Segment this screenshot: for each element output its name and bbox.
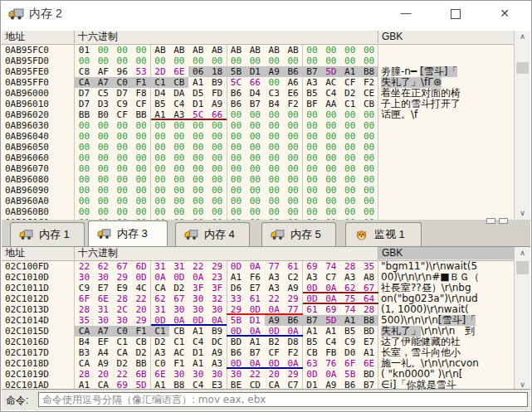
hex-byte[interactable]: 69 — [113, 380, 132, 390]
hex-byte[interactable]: 00 — [94, 217, 113, 220]
hex-byte[interactable]: CD — [246, 380, 265, 390]
hex-byte[interactable]: 00 — [303, 206, 322, 217]
hex-byte[interactable]: 00 — [113, 142, 132, 153]
hex-byte[interactable]: 00 — [340, 196, 359, 206]
hex-byte[interactable]: 00 — [303, 153, 322, 163]
hex-byte[interactable]: 00 — [359, 45, 378, 56]
hex-byte[interactable]: 00 — [151, 120, 170, 131]
hex-byte[interactable]: 00 — [340, 120, 359, 131]
hex-byte[interactable]: 77 — [265, 261, 284, 272]
hex-byte[interactable]: 67 — [113, 261, 132, 272]
hex-byte[interactable]: 22 — [188, 261, 207, 272]
hex-byte[interactable]: 62 — [151, 293, 170, 304]
hex-byte[interactable]: 00 — [265, 131, 284, 142]
hex-byte[interactable]: AB — [284, 45, 303, 56]
hex-byte[interactable]: 00 — [75, 131, 94, 142]
hex-byte[interactable]: 00 — [188, 142, 207, 153]
hex-byte[interactable]: 00 — [113, 120, 132, 131]
hex-byte[interactable]: 00 — [303, 120, 322, 131]
hex-byte[interactable]: E9 — [113, 283, 132, 293]
hex-byte[interactable]: 00 — [284, 206, 303, 217]
hex-byte[interactable]: 00 — [75, 206, 94, 217]
hex-byte[interactable]: 2C — [113, 304, 132, 315]
hex-byte[interactable]: 00 — [132, 206, 151, 217]
hex-byte[interactable]: 00 — [132, 131, 151, 142]
hex-byte[interactable]: D2 — [132, 347, 151, 358]
hex-byte[interactable]: F8 — [132, 88, 151, 99]
hex-byte[interactable]: 0A — [321, 283, 340, 293]
hex-byte[interactable]: 5D — [321, 66, 340, 77]
hex-byte[interactable]: C7 — [321, 272, 340, 283]
hex-byte[interactable]: 00 — [265, 56, 284, 66]
memory-row[interactable]: 02C1015DCAA7C0F1C1CBA1B90D0A0D0AA1A1B5BD… — [2, 326, 513, 337]
hex-byte[interactable]: C4 — [169, 99, 188, 109]
hex-byte[interactable]: 5B — [227, 315, 246, 326]
memory-row[interactable]: 0AB9606000000000000000000000000000000000 — [2, 153, 513, 163]
memory-row[interactable]: 0AB96020BBB0CFBBA1A35C660000000000000000… — [2, 109, 513, 120]
hex-byte[interactable]: EF — [94, 337, 113, 347]
hex-byte[interactable]: 00 — [284, 120, 303, 131]
hex-byte[interactable]: 00 — [132, 185, 151, 196]
memory-row[interactable]: 0AB95FC001000000ABABABABABABABAB00000000 — [2, 45, 513, 56]
hex-byte[interactable]: AB — [169, 45, 188, 56]
memory-row[interactable]: 0AB960B000000000000000000000000000000000 — [2, 206, 513, 217]
hex-byte[interactable]: 0D — [227, 326, 246, 337]
hex-byte[interactable]: 00 — [188, 206, 207, 217]
hex-byte[interactable]: 6F — [75, 293, 94, 304]
hex-byte[interactable]: C8 — [75, 66, 94, 77]
memory-row[interactable]: 0AB9605000000000000000000000000000000000 — [2, 142, 513, 153]
memory-row[interactable]: 02C1018DCAA9D2BBC0F1A1A30D0A0D0A63766F6E… — [2, 358, 513, 369]
hex-byte[interactable]: 22 — [265, 293, 284, 304]
memory-row[interactable]: 02C1012D6F6E282262673032336122290D0A7564… — [2, 293, 513, 304]
hex-byte[interactable]: 00 — [94, 142, 113, 153]
hex-byte[interactable]: 00 — [227, 217, 246, 220]
hex-byte[interactable]: 00 — [207, 142, 227, 153]
hex-byte[interactable]: BF — [303, 99, 322, 109]
hex-byte[interactable]: CA — [151, 283, 170, 293]
hex-byte[interactable]: 00 — [246, 120, 265, 131]
scroll-up-button[interactable]: ∧ — [515, 31, 530, 43]
hex-byte[interactable]: B6 — [284, 66, 303, 77]
hex-byte[interactable]: C4 — [188, 337, 207, 347]
hex-byte[interactable]: B5 — [340, 326, 359, 337]
hex-byte[interactable]: 69 — [321, 304, 340, 315]
hex-byte[interactable]: 0D — [303, 293, 322, 304]
hex-byte[interactable]: AB — [246, 45, 265, 56]
hex-byte[interactable]: 63 — [303, 358, 322, 369]
hex-byte[interactable]: 00 — [207, 163, 227, 174]
hex-byte[interactable]: D7 — [75, 99, 94, 109]
hex-byte[interactable]: 00 — [75, 163, 94, 174]
hex-byte[interactable]: 00 — [151, 153, 170, 163]
memory-row[interactable]: 02C1019D2820226B6E303030302220290D0A5BBD… — [2, 369, 513, 380]
hex-byte[interactable]: 0A — [151, 272, 170, 283]
hex-byte[interactable]: 00 — [132, 120, 151, 131]
hex-byte[interactable]: 29 — [284, 293, 303, 304]
hex-byte[interactable]: 00 — [113, 185, 132, 196]
hex-byte[interactable]: C2 — [284, 272, 303, 283]
hex-byte[interactable]: A1 — [246, 337, 265, 347]
memory-row[interactable]: 0AB9607000000000000000000000000000000000 — [2, 163, 513, 174]
hex-byte[interactable]: 00 — [75, 142, 94, 153]
hex-byte[interactable]: CF — [265, 347, 284, 358]
hex-byte[interactable]: 00 — [340, 142, 359, 153]
hex-byte[interactable]: B6 — [227, 347, 246, 358]
hex-byte[interactable]: E7 — [359, 337, 378, 347]
hex-byte[interactable]: 33 — [227, 293, 246, 304]
hex-byte[interactable]: CB — [169, 326, 188, 337]
hex-byte[interactable]: 67 — [169, 293, 188, 304]
hex-byte[interactable]: 00 — [169, 131, 188, 142]
hex-byte[interactable]: 22 — [132, 293, 151, 304]
hex-byte[interactable]: 00 — [132, 56, 151, 66]
hex-byte[interactable]: 00 — [321, 109, 340, 120]
hex-byte[interactable]: B5 — [303, 88, 322, 99]
hex-byte[interactable]: 00 — [151, 217, 170, 220]
hex-byte[interactable]: 00 — [169, 174, 188, 185]
tab-memory-4[interactable]: 内存 4 — [175, 222, 250, 246]
hex-byte[interactable]: B3 — [75, 347, 94, 358]
memory-row[interactable]: 02C1017DB3A4CAD2A3ACD1A9B6B7CFF2CBFBD0A1… — [2, 347, 513, 358]
memory-row[interactable]: 02C100FD2262676D313122290D0A776169742835… — [2, 261, 513, 272]
hex-byte[interactable]: 62 — [94, 261, 113, 272]
minimize-button[interactable]: — — [389, 1, 422, 26]
hex-byte[interactable]: 29 — [227, 304, 246, 315]
hex-byte[interactable]: F1 — [132, 326, 151, 337]
